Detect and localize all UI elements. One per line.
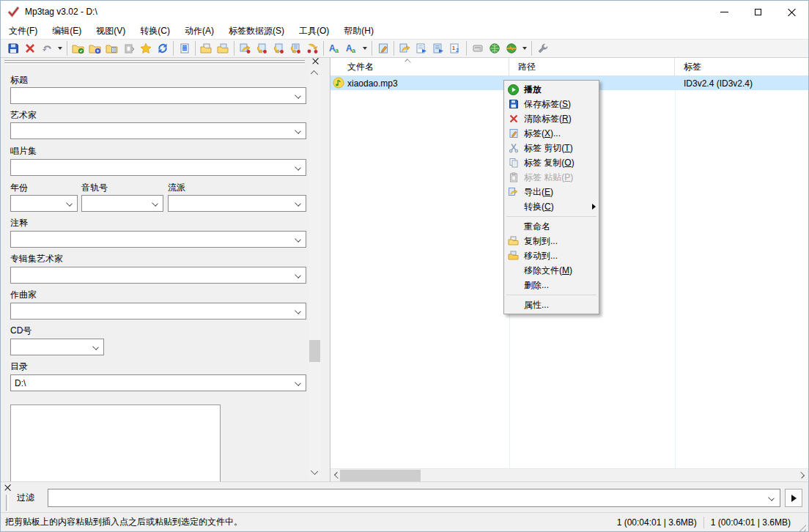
- save-tag-icon[interactable]: [4, 40, 21, 56]
- composer-field[interactable]: [10, 303, 306, 319]
- column-header-path[interactable]: 路径: [509, 58, 675, 75]
- maximize-button[interactable]: [741, 1, 775, 23]
- convert-tag-tag-icon[interactable]: [304, 40, 321, 56]
- context-menu-item-play[interactable]: 播放: [504, 82, 599, 97]
- web-sources-dropdown-icon[interactable]: [520, 40, 529, 56]
- directory-field[interactable]: D:\: [10, 374, 306, 391]
- menu-help[interactable]: 帮助(H): [336, 23, 381, 39]
- chevron-down-icon: [768, 495, 775, 501]
- cover-art-box[interactable]: [10, 404, 221, 481]
- resize-grip[interactable]: [797, 522, 806, 531]
- filter-bar-grip[interactable]: [6, 495, 9, 511]
- playlist-selected-icon[interactable]: [430, 40, 447, 56]
- title-field[interactable]: [10, 87, 306, 104]
- menu-actions[interactable]: 动作(A): [177, 23, 221, 39]
- scrollbar-thumb[interactable]: [309, 340, 320, 362]
- scrollbar-thumb[interactable]: [340, 470, 421, 481]
- genre-field[interactable]: [168, 195, 306, 212]
- remove-tag-icon[interactable]: [21, 40, 38, 56]
- menu-tools[interactable]: 工具(O): [292, 23, 336, 39]
- add-directory-icon[interactable]: [86, 40, 103, 56]
- export-icon[interactable]: [396, 40, 413, 56]
- context-menu-item-clear-tag[interactable]: 清除标签(R): [504, 111, 599, 126]
- remove-icon: [506, 113, 520, 125]
- svg-text:a: a: [352, 47, 356, 54]
- context-menu-item-export[interactable]: 导出(E): [504, 185, 599, 199]
- convert-text-file-tag-icon[interactable]: [287, 40, 304, 56]
- context-menu-item-convert[interactable]: 转换(C): [504, 199, 599, 214]
- comment-field[interactable]: [10, 231, 306, 248]
- context-menu-item-tag-paste[interactable]: 标签 粘贴(P): [504, 170, 599, 185]
- copy-tag-icon[interactable]: [198, 40, 215, 56]
- convert-tag-filename-icon[interactable]: [237, 40, 254, 56]
- year-field[interactable]: [10, 195, 78, 212]
- context-menu-item-tag[interactable]: 标签(X)...: [504, 126, 599, 141]
- scroll-down-icon[interactable]: [311, 468, 318, 475]
- album-artist-field-label: 专辑集艺术家: [10, 253, 63, 263]
- file-list-horizontal-scrollbar[interactable]: [330, 468, 808, 481]
- edit-tag-icon[interactable]: [374, 40, 391, 56]
- actions-quick-icon[interactable]: Aa: [343, 40, 360, 56]
- context-menu-item-tag-cut[interactable]: 标签 剪切(T): [504, 141, 599, 155]
- toolbar-separator: [173, 41, 174, 56]
- tag-panel-scrollbar[interactable]: [309, 67, 321, 479]
- menu-tag-sources[interactable]: 标签数据源(S): [221, 23, 292, 39]
- album-field[interactable]: [10, 159, 306, 176]
- context-menu-item-copy-to[interactable]: 复制到...: [504, 234, 599, 248]
- play-icon: [506, 84, 520, 95]
- actions-dropdown-icon[interactable]: [360, 40, 369, 56]
- undo-icon[interactable]: [38, 40, 55, 56]
- chevron-down-icon: [295, 92, 301, 99]
- favorite-directory-icon[interactable]: [103, 40, 120, 56]
- convert-filename-filename-icon[interactable]: [270, 40, 287, 56]
- scroll-up-icon[interactable]: [311, 70, 318, 78]
- context-menu-item-rename[interactable]: 重命名: [504, 219, 599, 234]
- menu-file[interactable]: 文件(F): [1, 23, 45, 39]
- paste-file-list-icon[interactable]: [120, 40, 137, 56]
- undo-dropdown-icon[interactable]: [55, 40, 64, 56]
- disc-number-field[interactable]: [10, 339, 104, 355]
- paste-tag-icon[interactable]: [215, 40, 232, 56]
- context-menu-item-remove-file[interactable]: 移除文件(M): [504, 263, 599, 278]
- toolbar-separator: [195, 41, 196, 56]
- cd-lookup-icon[interactable]: [469, 40, 486, 56]
- app-logo-icon: [7, 6, 20, 18]
- context-menu-separator: [506, 216, 596, 217]
- menu-convert[interactable]: 转换(C): [133, 23, 177, 39]
- artist-field[interactable]: [10, 122, 306, 139]
- tag-panel-toggle-icon[interactable]: [176, 40, 193, 56]
- web-sources-icon[interactable]: [486, 40, 503, 56]
- status-message: 把剪贴板上的内容粘贴到插入点之后或粘贴到选定的文件中。: [5, 516, 617, 528]
- context-menu-item-save-tag[interactable]: 保存标签(S): [504, 97, 599, 111]
- column-header-tag[interactable]: 标签: [675, 58, 808, 75]
- title-bar: Mp3tag v3.02 - D:\: [1, 1, 808, 23]
- column-divider: [675, 76, 676, 468]
- auto-numbering-wizard-icon[interactable]: 12: [447, 40, 464, 56]
- options-wrench-icon[interactable]: [534, 40, 551, 56]
- track-field[interactable]: [81, 195, 163, 212]
- filter-input[interactable]: [48, 489, 780, 507]
- context-menu-item-move-to[interactable]: 移动到...: [504, 248, 599, 263]
- context-menu-item-properties[interactable]: 属性...: [504, 298, 599, 312]
- column-header-filename[interactable]: 文件名: [330, 58, 509, 75]
- filter-apply-button[interactable]: [785, 489, 802, 507]
- menu-edit[interactable]: 编辑(E): [45, 23, 89, 39]
- context-menu-item-delete[interactable]: 删除...: [504, 278, 599, 292]
- tag-panel-close-button[interactable]: [312, 58, 321, 67]
- actions-icon[interactable]: Aa: [326, 40, 343, 56]
- menu-view[interactable]: 视图(V): [89, 23, 133, 39]
- refresh-icon[interactable]: [154, 40, 171, 56]
- web-sources-alt-icon[interactable]: [503, 40, 520, 56]
- svg-text:1: 1: [452, 45, 455, 51]
- playlist-icon[interactable]: [413, 40, 430, 56]
- scroll-right-icon[interactable]: [798, 472, 805, 479]
- scissors-icon: [506, 142, 520, 154]
- close-button[interactable]: [775, 1, 808, 23]
- convert-filename-tag-icon[interactable]: [254, 40, 270, 56]
- context-menu-item-tag-copy[interactable]: 标签 复制(O): [504, 155, 599, 170]
- minimize-button[interactable]: [707, 1, 741, 23]
- change-directory-icon[interactable]: [70, 40, 86, 56]
- tag-panel-grabber[interactable]: [4, 60, 305, 64]
- favorites-star-icon[interactable]: [137, 40, 154, 56]
- album-artist-field[interactable]: [10, 267, 306, 284]
